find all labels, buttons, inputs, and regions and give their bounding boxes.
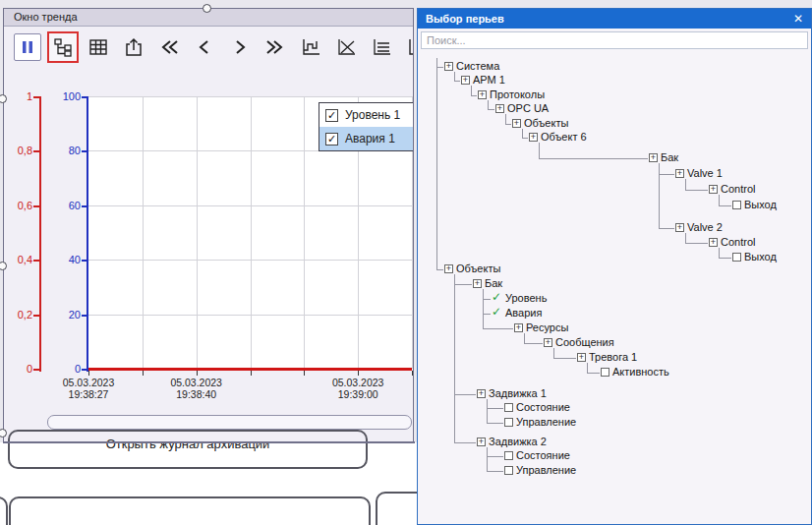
chart-axes-button[interactable] xyxy=(403,33,413,61)
grid-line xyxy=(197,96,198,369)
legend-checkbox[interactable]: ✓ xyxy=(325,133,338,146)
tree-node-label[interactable]: OPC UA xyxy=(507,102,549,115)
inner-axis-tick xyxy=(82,260,87,262)
tree-connector xyxy=(524,333,525,343)
tree-connector xyxy=(483,289,484,328)
export-icon xyxy=(123,36,145,58)
legend-checkbox[interactable]: ✓ xyxy=(325,109,338,122)
tree-node-label[interactable]: Авария xyxy=(505,307,542,320)
trend-window-title: Окно тренда xyxy=(14,11,78,23)
fast-backward-button[interactable] xyxy=(155,33,183,61)
table-view-button[interactable] xyxy=(85,33,112,61)
tree-node-label[interactable]: Выход xyxy=(744,251,777,263)
legend-item[interactable]: ✓Уровень 1 xyxy=(319,103,414,127)
tree-expander-icon[interactable]: + xyxy=(544,338,552,347)
tree-expander-icon[interactable] xyxy=(601,368,609,377)
tree-node-label[interactable]: Control xyxy=(721,183,755,196)
tree-node-label[interactable]: Valve 2 xyxy=(687,221,723,234)
fast-forward-button[interactable] xyxy=(261,33,289,61)
tree-expander-icon[interactable]: + xyxy=(675,169,684,178)
tree-check-icon: ✓ xyxy=(492,291,501,304)
tree-expander-icon[interactable]: + xyxy=(478,90,487,99)
chevron-left-icon xyxy=(194,36,215,58)
pause-button[interactable] xyxy=(14,33,41,61)
tree-expander-icon[interactable]: + xyxy=(709,238,718,247)
tree-node-label[interactable]: Управление xyxy=(516,464,576,477)
tree-node-label[interactable]: Ресурсы xyxy=(526,321,568,334)
tree-expander-icon[interactable]: + xyxy=(675,223,684,232)
underlying-button-partial[interactable] xyxy=(9,496,371,525)
open-archive-journal-button[interactable]: Открыть журнал архивации xyxy=(8,430,368,469)
x-axis-tick xyxy=(143,371,144,376)
resize-handle[interactable] xyxy=(203,4,211,13)
step-forward-button[interactable] xyxy=(226,33,254,61)
tree-node-label[interactable]: Тревога 1 xyxy=(589,351,637,364)
tree-expander-icon[interactable]: + xyxy=(477,389,486,398)
tree-node-label[interactable]: Бак xyxy=(485,277,502,290)
tree-node-label[interactable]: Объект 6 xyxy=(541,131,587,144)
tree-node-label[interactable]: Объекты xyxy=(456,262,500,275)
tree-connector xyxy=(487,423,503,424)
tree-expander-icon[interactable]: + xyxy=(461,76,470,85)
tree-expander-icon[interactable] xyxy=(504,451,513,460)
chart-lines-button[interactable] xyxy=(368,33,395,61)
underlying-button-partial[interactable] xyxy=(0,496,8,525)
tree-expander-icon[interactable]: + xyxy=(514,323,523,332)
tree-expander-icon[interactable]: + xyxy=(444,264,453,273)
trend-legend: ✓Уровень 1✓Авария 1 xyxy=(319,102,414,151)
left-axis-tick-label: 0,2 xyxy=(6,309,32,321)
tree-node-label[interactable]: Сообщения xyxy=(555,336,614,349)
tree-expander-icon[interactable] xyxy=(732,201,741,209)
pen-select-button[interactable] xyxy=(49,33,77,61)
grid-line xyxy=(143,96,144,369)
tree-connector xyxy=(719,195,720,205)
tree-expander-icon[interactable] xyxy=(504,418,513,427)
chart-lines-icon xyxy=(371,36,392,58)
tree-node-label[interactable]: Задвижка 2 xyxy=(489,436,547,448)
tree-node-label[interactable]: Система xyxy=(456,60,499,73)
tree-expander-icon[interactable] xyxy=(732,253,741,262)
tree-node-label[interactable]: Уровень xyxy=(505,292,547,305)
tree-connector xyxy=(483,328,513,329)
tree-expander-icon[interactable]: + xyxy=(649,153,658,162)
legend-item[interactable]: ✓Авария 1 xyxy=(319,127,414,150)
inner-axis-tick-label: 80 xyxy=(45,145,81,156)
tree-expander-icon[interactable]: + xyxy=(495,104,504,113)
tree-node-label[interactable]: Протоколы xyxy=(490,88,545,101)
tree-expander-icon[interactable] xyxy=(504,403,513,412)
left-axis-tick xyxy=(33,369,39,371)
tree-expander-icon[interactable]: + xyxy=(709,185,718,194)
tree-expander-icon[interactable]: + xyxy=(444,62,453,71)
tree-connector xyxy=(719,205,731,206)
tree-node-label[interactable]: Бак xyxy=(661,151,678,164)
tree-node-label[interactable]: Valve 1 xyxy=(687,167,723,180)
tree-node-label[interactable]: Управление xyxy=(516,416,576,429)
tree-expander-icon[interactable]: + xyxy=(529,133,538,142)
tree-node-label[interactable]: Состояние xyxy=(516,401,570,414)
tree-connector xyxy=(483,299,491,300)
tree-node-label[interactable]: Задвижка 1 xyxy=(489,387,547,400)
tree-expander-icon[interactable]: + xyxy=(477,438,486,446)
tree-expander-icon[interactable] xyxy=(504,466,513,475)
tree-node-label[interactable]: АРМ 1 xyxy=(473,74,505,87)
tree-node-label[interactable]: Активность xyxy=(612,366,669,379)
tree-node-label[interactable]: Объекты xyxy=(524,117,568,130)
tree-expander-icon[interactable]: + xyxy=(512,119,521,128)
step-backward-button[interactable] xyxy=(191,33,218,61)
chart-crossed-button[interactable] xyxy=(332,33,360,61)
tree-connector xyxy=(539,158,648,159)
tree-node-label[interactable]: Выход xyxy=(744,199,777,211)
trend-scrollbar[interactable] xyxy=(47,415,412,430)
tree-node-label[interactable]: Control xyxy=(721,236,755,249)
tree-connector xyxy=(436,58,437,269)
tree-node-label[interactable]: Состояние xyxy=(516,449,570,462)
tree-expander-icon[interactable]: + xyxy=(577,353,586,362)
tree-connector xyxy=(522,129,523,138)
tree-connector xyxy=(685,179,686,190)
tree-connector xyxy=(659,163,660,228)
pause-icon xyxy=(18,37,37,57)
export-button[interactable] xyxy=(120,33,147,61)
inner-axis-tick xyxy=(82,96,87,98)
tree-expander-icon[interactable]: + xyxy=(473,279,482,288)
chart-signal-button[interactable] xyxy=(297,33,324,61)
